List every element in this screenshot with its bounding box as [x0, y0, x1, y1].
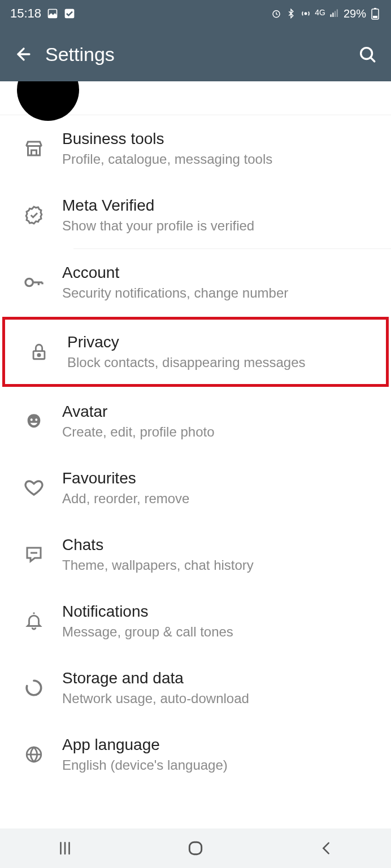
app-bar: Settings — [0, 27, 391, 81]
item-subtitle: Message, group & call tones — [62, 624, 380, 640]
recents-button[interactable] — [42, 834, 88, 862]
item-subtitle: Block contacts, disappearing messages — [67, 355, 375, 370]
battery-percent: 29% — [344, 7, 366, 20]
item-title: Privacy — [67, 333, 375, 351]
settings-item-chats[interactable]: Chats Theme, wallpapers, chat history — [0, 521, 391, 588]
page-title: Settings — [45, 43, 351, 66]
data-usage-icon — [24, 678, 44, 697]
item-subtitle: Show that your profile is verified — [62, 218, 380, 234]
item-subtitle: Security notifications, change number — [62, 285, 380, 301]
heart-icon — [24, 478, 44, 498]
item-subtitle: Create, edit, profile photo — [62, 424, 380, 440]
settings-item-storage[interactable]: Storage and data Network usage, auto-dow… — [0, 655, 391, 721]
settings-item-account[interactable]: Account Security notifications, change n… — [0, 249, 391, 316]
status-bar: 15:18 4G 29% — [0, 0, 391, 27]
status-time: 15:18 — [10, 6, 41, 21]
svg-point-12 — [25, 278, 33, 286]
back-button[interactable] — [8, 38, 40, 70]
item-title: Avatar — [62, 403, 380, 421]
item-subtitle: Profile, catalogue, messaging tools — [62, 151, 380, 167]
svg-rect-16 — [189, 842, 201, 854]
battery-icon — [370, 8, 381, 19]
svg-rect-5 — [332, 13, 333, 18]
svg-point-3 — [305, 12, 307, 14]
svg-point-14 — [38, 354, 40, 356]
image-icon — [47, 8, 58, 19]
svg-rect-10 — [373, 16, 377, 18]
storefront-icon — [24, 138, 44, 159]
profile-header[interactable] — [0, 81, 391, 115]
item-title: Chats — [62, 536, 380, 554]
signal-icon — [329, 8, 340, 19]
key-icon — [23, 271, 45, 294]
item-title: App language — [62, 736, 380, 754]
search-button[interactable] — [351, 38, 383, 70]
settings-item-avatar[interactable]: Avatar Create, edit, profile photo — [0, 388, 391, 455]
item-title: Storage and data — [62, 669, 380, 687]
home-button[interactable] — [173, 834, 218, 862]
settings-item-meta-verified[interactable]: Meta Verified Show that your profile is … — [0, 182, 391, 248]
chat-icon — [24, 544, 44, 565]
bell-icon — [24, 612, 44, 631]
svg-rect-9 — [374, 8, 376, 9]
face-icon — [24, 412, 44, 431]
item-title: Favourites — [62, 469, 380, 487]
globe-icon — [24, 745, 44, 764]
settings-item-language[interactable]: App language English (device's language) — [0, 721, 391, 788]
settings-item-favourites[interactable]: Favourites Add, reorder, remove — [0, 455, 391, 521]
item-title: Business tools — [62, 130, 380, 148]
network-type: 4G — [315, 8, 325, 16]
item-subtitle: Network usage, auto-download — [62, 691, 380, 706]
bluetooth-icon — [285, 8, 297, 19]
lock-icon — [29, 342, 49, 361]
svg-rect-4 — [330, 15, 331, 18]
checkbox-icon — [64, 8, 75, 19]
verified-badge-icon — [24, 205, 44, 225]
system-navigation-bar — [0, 828, 391, 868]
svg-rect-6 — [334, 11, 336, 18]
item-subtitle: Theme, wallpapers, chat history — [62, 557, 380, 573]
settings-item-business-tools[interactable]: Business tools Profile, catalogue, messa… — [0, 115, 391, 182]
item-title: Account — [62, 264, 380, 282]
settings-item-privacy[interactable]: Privacy Block contacts, disappearing mes… — [2, 317, 389, 387]
item-subtitle: English (device's language) — [62, 757, 380, 773]
alarm-icon — [271, 8, 282, 19]
settings-item-notifications[interactable]: Notifications Message, group & call tone… — [0, 588, 391, 655]
hotspot-icon — [300, 8, 311, 19]
item-subtitle: Add, reorder, remove — [62, 491, 380, 507]
svg-rect-7 — [337, 10, 338, 18]
item-title: Notifications — [62, 603, 380, 621]
back-nav-button[interactable] — [303, 834, 349, 862]
item-title: Meta Verified — [62, 197, 380, 215]
settings-list: Business tools Profile, catalogue, messa… — [0, 115, 391, 788]
